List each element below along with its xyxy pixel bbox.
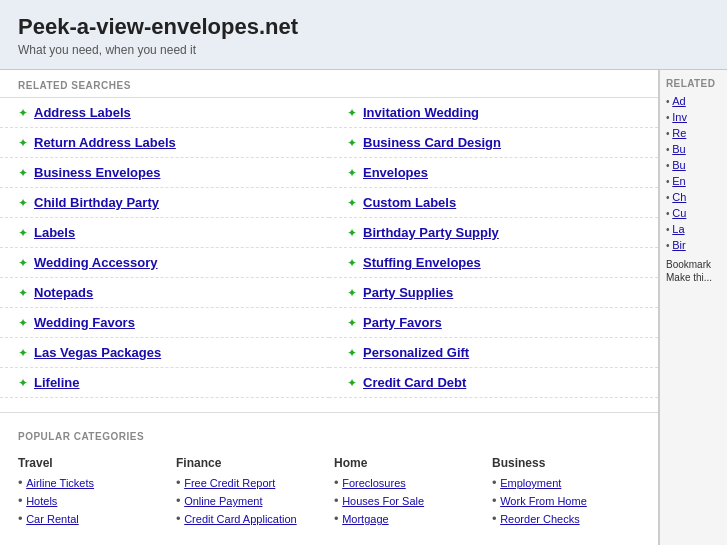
search-link[interactable]: Wedding Favors (34, 315, 135, 330)
right-sidebar-link[interactable]: Bu (672, 143, 685, 155)
arrow-icon: ✦ (18, 196, 28, 210)
arrow-icon: ✦ (18, 136, 28, 150)
search-link[interactable]: Custom Labels (363, 195, 456, 210)
popular-grid: TravelAirline TicketsHotelsCar RentalFin… (18, 456, 640, 529)
search-link[interactable]: Envelopes (363, 165, 428, 180)
right-sidebar-link[interactable]: Inv (672, 111, 687, 123)
list-item: Work From Home (492, 493, 640, 508)
right-sidebar-link[interactable]: Re (672, 127, 686, 139)
arrow-icon: ✦ (18, 346, 28, 360)
search-link[interactable]: Stuffing Envelopes (363, 255, 481, 270)
arrow-icon: ✦ (18, 256, 28, 270)
search-item-right: ✦Business Card Design (329, 128, 658, 158)
popular-col-list: Airline TicketsHotelsCar Rental (18, 475, 166, 526)
popular-link[interactable]: Credit Card Application (184, 513, 297, 525)
popular-col-heading: Business (492, 456, 640, 470)
arrow-icon: ✦ (18, 286, 28, 300)
right-sidebar-link[interactable]: La (672, 223, 684, 235)
search-link[interactable]: Business Envelopes (34, 165, 160, 180)
right-sidebar-link[interactable]: Ch (672, 191, 686, 203)
site-title: Peek-a-view-envelopes.net (18, 14, 709, 40)
search-item-left: ✦Wedding Favors (0, 308, 329, 338)
search-item-right: ✦Envelopes (329, 158, 658, 188)
search-link[interactable]: Business Card Design (363, 135, 501, 150)
list-item: Mortgage (334, 511, 482, 526)
popular-link[interactable]: Houses For Sale (342, 495, 424, 507)
right-sidebar-item: Re (666, 127, 721, 139)
main-content: RELATED SEARCHES ✦Address Labels✦Invitat… (0, 70, 659, 545)
search-item-right: ✦Party Favors (329, 308, 658, 338)
popular-col: TravelAirline TicketsHotelsCar Rental (18, 456, 166, 529)
search-link[interactable]: Invitation Wedding (363, 105, 479, 120)
popular-section: POPULAR CATEGORIES TravelAirline Tickets… (0, 413, 658, 539)
list-item: Airline Tickets (18, 475, 166, 490)
search-link[interactable]: Notepads (34, 285, 93, 300)
popular-col: BusinessEmploymentWork From HomeReorder … (492, 456, 640, 529)
popular-col: FinanceFree Credit ReportOnline PaymentC… (176, 456, 324, 529)
popular-link[interactable]: Car Rental (26, 513, 79, 525)
search-item-right: ✦Party Supplies (329, 278, 658, 308)
list-item: Credit Card Application (176, 511, 324, 526)
search-link[interactable]: Labels (34, 225, 75, 240)
popular-link[interactable]: Employment (500, 477, 561, 489)
right-sidebar-item: Bir (666, 239, 721, 251)
right-sidebar-item: Inv (666, 111, 721, 123)
popular-link[interactable]: Foreclosures (342, 477, 406, 489)
list-item: Car Rental (18, 511, 166, 526)
right-sidebar-item: En (666, 175, 721, 187)
list-item: Free Credit Report (176, 475, 324, 490)
search-item-right: ✦Personalized Gift (329, 338, 658, 368)
bookmark-line1: Bookmark (666, 259, 721, 270)
popular-link[interactable]: Online Payment (184, 495, 262, 507)
search-item-left: ✦Notepads (0, 278, 329, 308)
list-item: Hotels (18, 493, 166, 508)
popular-link[interactable]: Mortgage (342, 513, 388, 525)
popular-col-heading: Home (334, 456, 482, 470)
search-item-right: ✦Custom Labels (329, 188, 658, 218)
search-item-left: ✦Las Vegas Packages (0, 338, 329, 368)
arrow-icon: ✦ (18, 166, 28, 180)
popular-link[interactable]: Reorder Checks (500, 513, 579, 525)
search-link[interactable]: Return Address Labels (34, 135, 176, 150)
arrow-icon: ✦ (347, 196, 357, 210)
popular-col-heading: Finance (176, 456, 324, 470)
search-link[interactable]: Las Vegas Packages (34, 345, 161, 360)
right-sidebar-label: RELATED (666, 78, 721, 89)
arrow-icon: ✦ (347, 136, 357, 150)
right-sidebar-link[interactable]: En (672, 175, 685, 187)
searches-grid: ✦Address Labels✦Invitation Wedding✦Retur… (0, 97, 658, 398)
popular-link[interactable]: Hotels (26, 495, 57, 507)
popular-link[interactable]: Airline Tickets (26, 477, 94, 489)
right-sidebar-link[interactable]: Cu (672, 207, 686, 219)
arrow-icon: ✦ (347, 346, 357, 360)
popular-col-list: EmploymentWork From HomeReorder Checks (492, 475, 640, 526)
main-wrapper: RELATED SEARCHES ✦Address Labels✦Invitat… (0, 70, 727, 545)
list-item: Foreclosures (334, 475, 482, 490)
right-sidebar-link[interactable]: Bir (672, 239, 685, 251)
search-link[interactable]: Lifeline (34, 375, 80, 390)
right-sidebar-link[interactable]: Ad (672, 95, 685, 107)
search-item-left: ✦Return Address Labels (0, 128, 329, 158)
search-link[interactable]: Address Labels (34, 105, 131, 120)
search-link[interactable]: Party Supplies (363, 285, 453, 300)
popular-link[interactable]: Work From Home (500, 495, 587, 507)
search-link[interactable]: Wedding Accessory (34, 255, 158, 270)
list-item: Reorder Checks (492, 511, 640, 526)
right-sidebar-link[interactable]: Bu (672, 159, 685, 171)
search-link[interactable]: Child Birthday Party (34, 195, 159, 210)
arrow-icon: ✦ (347, 316, 357, 330)
popular-link[interactable]: Free Credit Report (184, 477, 275, 489)
search-item-left: ✦Child Birthday Party (0, 188, 329, 218)
search-link[interactable]: Credit Card Debt (363, 375, 466, 390)
right-sidebar-item: Bu (666, 143, 721, 155)
search-link[interactable]: Personalized Gift (363, 345, 469, 360)
popular-col-heading: Travel (18, 456, 166, 470)
search-link[interactable]: Party Favors (363, 315, 442, 330)
arrow-icon: ✦ (18, 226, 28, 240)
search-link[interactable]: Birthday Party Supply (363, 225, 499, 240)
right-sidebar-item: Bu (666, 159, 721, 171)
popular-col-list: Free Credit ReportOnline PaymentCredit C… (176, 475, 324, 526)
arrow-icon: ✦ (18, 106, 28, 120)
arrow-icon: ✦ (347, 376, 357, 390)
right-sidebar: RELATED AdInvReBuBuEnChCuLaBir Bookmark … (659, 70, 727, 545)
